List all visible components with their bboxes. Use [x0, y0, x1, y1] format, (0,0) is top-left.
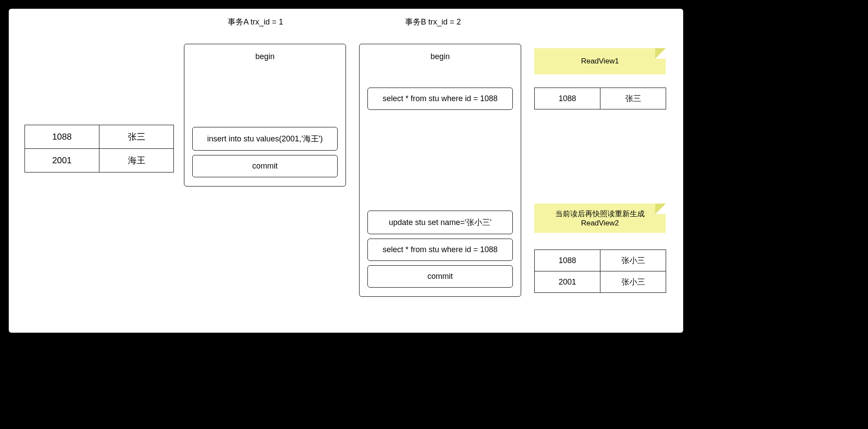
cell-name: 海王: [99, 149, 174, 172]
note-line1: 当前读后再快照读重新生成: [540, 209, 660, 219]
table-row: 2001 海王: [25, 149, 174, 172]
table-row: 1088 张三: [25, 125, 174, 149]
stmt-commit-b: commit: [367, 265, 513, 288]
table-row: 1088 张小三: [535, 250, 666, 271]
cell-name: 张三: [600, 88, 666, 109]
readview1-table: 1088 张三: [534, 88, 666, 109]
begin-label-b: begin: [364, 52, 516, 61]
stmt-insert: insert into stu values(2001,'海王'): [192, 127, 338, 151]
table-row: 1088 张三: [535, 88, 666, 109]
cell-id: 1088: [535, 88, 600, 109]
header-tx-b: 事务B trx_id = 2: [405, 17, 461, 27]
note-line2: ReadView2: [540, 219, 660, 228]
stmt-update: update stu set name='张小三': [367, 211, 513, 234]
transaction-b-box: begin select * from stu where id = 1088 …: [359, 44, 521, 297]
note-readview2: 当前读后再快照读重新生成 ReadView2: [534, 204, 666, 233]
cell-id: 2001: [535, 271, 600, 293]
stmt-commit-a: commit: [192, 155, 338, 177]
note-text: ReadView1: [581, 57, 619, 65]
left-state-table: 1088 张三 2001 海王: [25, 125, 174, 172]
cell-name: 张小三: [600, 271, 666, 293]
cell-name: 张小三: [600, 250, 666, 271]
stmt-select2: select * from stu where id = 1088: [367, 239, 513, 261]
table-row: 2001 张小三: [535, 271, 666, 293]
header-tx-a: 事务A trx_id = 1: [228, 17, 283, 27]
cell-name: 张三: [99, 125, 174, 149]
cell-id: 1088: [535, 250, 600, 271]
diagram-canvas: 事务A trx_id = 1 事务B trx_id = 2 1088 张三 20…: [9, 9, 683, 333]
stmt-select1: select * from stu where id = 1088: [367, 88, 513, 110]
note-readview1: ReadView1: [534, 48, 666, 74]
transaction-a-box: begin insert into stu values(2001,'海王') …: [184, 44, 346, 186]
cell-id: 2001: [25, 149, 99, 172]
begin-label-a: begin: [189, 52, 341, 61]
readview2-table: 1088 张小三 2001 张小三: [534, 250, 666, 293]
cell-id: 1088: [25, 125, 99, 149]
